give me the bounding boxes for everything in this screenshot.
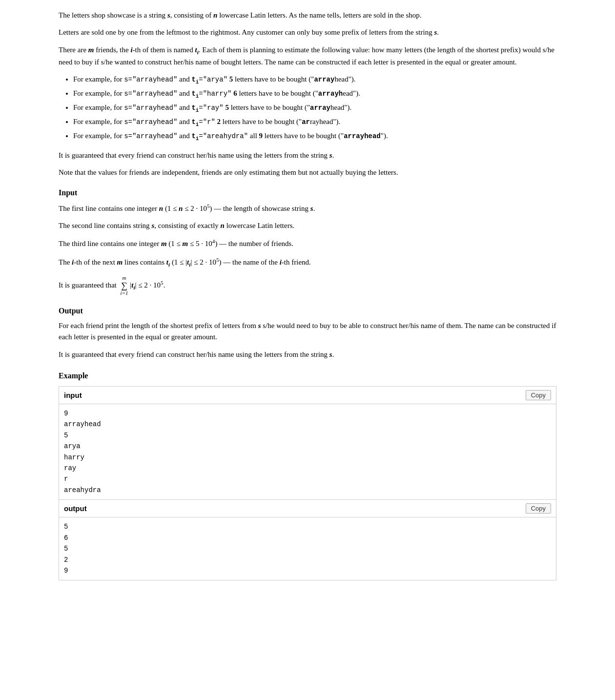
output-line-val-3: 5 (64, 543, 551, 554)
bullet-examples-list: For example, for s="arrayhead" and ti="a… (73, 74, 556, 143)
output-section: Output For each friend print the length … (59, 305, 556, 360)
note-paragraph: Note that the values for friends are ind… (59, 167, 556, 178)
input-example-header: input Copy (59, 387, 556, 404)
input-example-content: 9 arrayhead 5 arya harry ray r areahydra (59, 404, 556, 499)
input-section: Input The first line contains one intege… (59, 187, 556, 296)
bullet-example-5: For example, for s="arrayhead" and ti="a… (73, 130, 556, 143)
output-example-header: output Copy (59, 500, 556, 517)
output-example-box: output Copy 5 6 5 2 9 (59, 500, 556, 580)
bullet-example-3: For example, for s="arrayhead" and ti="r… (73, 102, 556, 114)
input-line-val-1: 9 (64, 408, 551, 419)
guarantee-paragraph: It is guaranteed that every friend can c… (59, 150, 556, 161)
intro-paragraph-2: Letters are sold one by one from the lef… (59, 27, 556, 38)
input-copy-button[interactable]: Copy (526, 390, 551, 400)
input-example-box: input Copy 9 arrayhead 5 arya harry ray … (59, 386, 556, 500)
output-line-val-1: 5 (64, 521, 551, 532)
input-line-2: The second line contains string s, consi… (59, 220, 556, 231)
output-copy-button[interactable]: Copy (526, 503, 551, 514)
example-title: Example (59, 370, 556, 382)
output-text-2: It is guaranteed that every friend can c… (59, 349, 556, 360)
output-line-val-2: 6 (64, 533, 551, 543)
input-line-val-2: arrayhead (64, 419, 551, 430)
input-line-val-8: areahydra (64, 485, 551, 495)
input-line-val-6: ray (64, 463, 551, 474)
bullet-example-1: For example, for s="arrayhead" and ti="a… (73, 74, 556, 86)
input-label: input (64, 390, 82, 401)
output-line-val-4: 2 (64, 555, 551, 565)
example-section: Example input Copy 9 arrayhead 5 arya ha… (59, 370, 556, 580)
output-title: Output (59, 305, 556, 317)
input-line-val-5: harry (64, 452, 551, 463)
input-title: Input (59, 187, 556, 199)
input-line-val-4: arya (64, 441, 551, 452)
intro-paragraph-3: There are m friends, the i-th of them is… (59, 44, 556, 68)
input-line-val-7: r (64, 474, 551, 484)
output-text-1: For each friend print the length of the … (59, 320, 556, 343)
output-label: output (64, 503, 87, 514)
sum-guarantee-paragraph: It is guaranteed that m ∑ i=1 |ti| ≤ 2 ·… (59, 275, 556, 296)
input-line-4: The i-th of the next m lines contains ti… (59, 256, 556, 269)
input-line-1: The first line contains one integer n (1… (59, 202, 556, 214)
output-example-content: 5 6 5 2 9 (59, 517, 556, 580)
input-line-val-3: 5 (64, 430, 551, 441)
input-line-3: The third line contains one integer m (1… (59, 237, 556, 249)
bullet-example-4: For example, for s="arrayhead" and ti="r… (73, 116, 556, 128)
output-line-val-5: 9 (64, 565, 551, 576)
intro-paragraph-1: The letters shop showcase is a string s,… (59, 10, 556, 21)
bullet-example-2: For example, for s="arrayhead" and ti="h… (73, 88, 556, 100)
